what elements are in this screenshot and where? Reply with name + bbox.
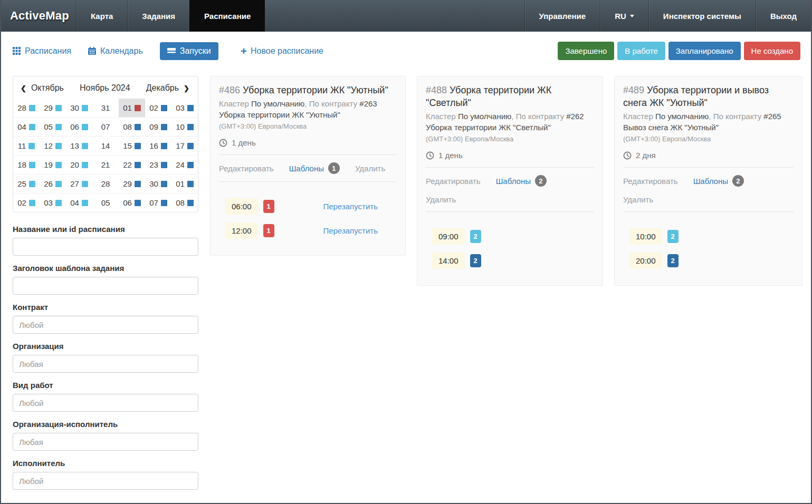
calendar-day[interactable]: 24: [171, 156, 198, 174]
filter-input-contract[interactable]: [13, 316, 198, 334]
calendar-day[interactable]: 17: [171, 137, 198, 155]
calendar-day[interactable]: 25: [13, 175, 40, 193]
calendar-day[interactable]: 22: [119, 156, 145, 174]
calendar-day[interactable]: 30: [66, 99, 92, 117]
navbar-item-management[interactable]: Управление: [524, 0, 600, 32]
navbar-item-label: RU: [615, 12, 626, 21]
calendar-day[interactable]: 05: [92, 193, 119, 212]
calendar-day[interactable]: 12: [40, 137, 66, 155]
calendar-day[interactable]: 08: [119, 118, 145, 136]
calendar-day[interactable]: 11: [13, 137, 40, 155]
day-status-square-planned: [161, 181, 167, 187]
calendar-next-month[interactable]: Декабрь ❯: [146, 83, 189, 93]
filter-input-schedule-name[interactable]: [13, 238, 198, 256]
calendar-day[interactable]: 07: [145, 193, 171, 212]
card-timezone: (GMT+3:00) Европа/Москва: [219, 122, 397, 130]
status-button-completed[interactable]: Завершено: [558, 42, 614, 60]
calendar-day[interactable]: 31: [92, 99, 119, 117]
calendar-day[interactable]: 04: [66, 193, 92, 212]
view-calendar[interactable]: Календарь: [88, 46, 143, 56]
day-number: 19: [44, 160, 53, 169]
filter-group-schedule-name: Название или id расписания: [13, 225, 198, 256]
calendar-day[interactable]: 01: [119, 99, 145, 117]
chevron-left-icon: ❮: [21, 84, 26, 92]
calendar-day[interactable]: 07: [92, 118, 119, 136]
card-actions-line: РедактироватьШаблоны2: [623, 175, 794, 187]
calendar-day[interactable]: 05: [40, 118, 66, 136]
navbar-item-logout[interactable]: Выход: [756, 0, 811, 32]
card-action-templates[interactable]: Шаблоны2: [693, 175, 744, 187]
meta-value: По умолчанию: [458, 112, 511, 121]
status-button-planned[interactable]: Запланировано: [668, 42, 741, 60]
day-status-square-planned: [161, 162, 167, 168]
calendar-day[interactable]: 19: [40, 156, 66, 174]
calendar-day[interactable]: 28: [13, 99, 40, 117]
day-status-square-planned: [187, 181, 194, 187]
calendar-day[interactable]: 26: [40, 175, 66, 193]
card-actions-line: РедактироватьШаблоны1Удалить: [219, 162, 397, 174]
calendar-day[interactable]: 01: [171, 175, 198, 193]
calendar-day[interactable]: 08: [171, 193, 198, 212]
calendar-day[interactable]: 03: [40, 193, 66, 212]
restart-link[interactable]: Перезапустить: [323, 226, 378, 235]
calendar-day[interactable]: 27: [66, 175, 92, 193]
view-schedules[interactable]: Расписания: [13, 46, 71, 56]
navbar-item-language[interactable]: RU: [600, 0, 648, 32]
filter-label-template-title: Заголовок шаблона задания: [13, 264, 198, 273]
calendar-day[interactable]: 16: [145, 137, 171, 155]
calendar-day[interactable]: 20: [66, 156, 92, 174]
day-number: 05: [101, 198, 110, 207]
card-action-delete[interactable]: Удалить: [426, 195, 456, 204]
calendar-prev-month[interactable]: ❮ Октябрь: [21, 83, 64, 93]
calendar-day[interactable]: 29: [119, 175, 145, 193]
sidebar: ❮ Октябрь Ноябрь 2024 Декабрь ❯ 28293031…: [1, 71, 198, 490]
calendar-day[interactable]: 18: [13, 156, 40, 174]
calendar-day[interactable]: 03: [171, 99, 198, 117]
calendar-day[interactable]: 04: [13, 118, 40, 136]
calendar-day[interactable]: 09: [145, 118, 171, 136]
run-count-badge: 2: [667, 230, 679, 243]
toolbar: РасписанияКалендарьЗапуски + Новое распи…: [1, 32, 811, 71]
calendar-day[interactable]: 28: [92, 175, 119, 193]
calendar-day[interactable]: 29: [40, 99, 66, 117]
calendar-day[interactable]: 13: [66, 137, 92, 155]
navbar-item-system-inspector[interactable]: Инспектор системы: [648, 0, 756, 32]
day-status-square-inprogress: [29, 105, 35, 111]
restart-link[interactable]: Перезапустить: [323, 202, 378, 211]
card-action-edit[interactable]: Редактировать: [623, 177, 678, 186]
templates-count-badge: 1: [328, 162, 340, 174]
card-action-edit[interactable]: Редактировать: [219, 164, 274, 173]
calendar-day[interactable]: 02: [13, 193, 40, 212]
status-button-in-progress[interactable]: В работе: [617, 42, 665, 60]
filter-input-template-title[interactable]: [13, 277, 198, 295]
new-schedule-link[interactable]: + Новое расписание: [241, 46, 323, 56]
calendar-day[interactable]: 14: [92, 137, 119, 155]
filter-input-organization[interactable]: [13, 355, 198, 373]
card-action-delete[interactable]: Удалить: [355, 164, 385, 173]
calendar-day[interactable]: 02: [145, 99, 171, 117]
card-action-delete[interactable]: Удалить: [623, 195, 653, 204]
card-action-edit[interactable]: Редактировать: [426, 177, 481, 186]
tab-map[interactable]: Карта: [76, 0, 127, 32]
card-action-templates[interactable]: Шаблоны2: [496, 175, 547, 187]
calendar-day[interactable]: 30: [145, 175, 171, 193]
tab-tasks[interactable]: Задания: [127, 0, 189, 32]
status-button-not-created[interactable]: Не создано: [744, 42, 800, 60]
meta-label: ,: [304, 99, 309, 108]
view-launches[interactable]: Запуски: [160, 42, 218, 60]
day-status-square-inprogress: [55, 143, 62, 149]
calendar-day[interactable]: 21: [92, 156, 119, 174]
calendar-day[interactable]: 06: [119, 193, 145, 212]
filter-input-executor-organization[interactable]: [13, 433, 198, 451]
filter-input-executor[interactable]: [13, 472, 198, 490]
calendar-day[interactable]: 10: [171, 118, 198, 136]
calendar-day[interactable]: 23: [145, 156, 171, 174]
day-status-square-inprogress: [82, 124, 88, 130]
card-action-templates[interactable]: Шаблоны1: [289, 162, 340, 174]
calendar-day[interactable]: 06: [66, 118, 92, 136]
tab-schedule[interactable]: Расписание: [189, 0, 265, 32]
filter-label-work-type: Вид работ: [13, 381, 198, 390]
filter-input-work-type[interactable]: [13, 394, 198, 412]
run-row: 09:002: [432, 228, 594, 245]
calendar-day[interactable]: 15: [119, 137, 145, 155]
